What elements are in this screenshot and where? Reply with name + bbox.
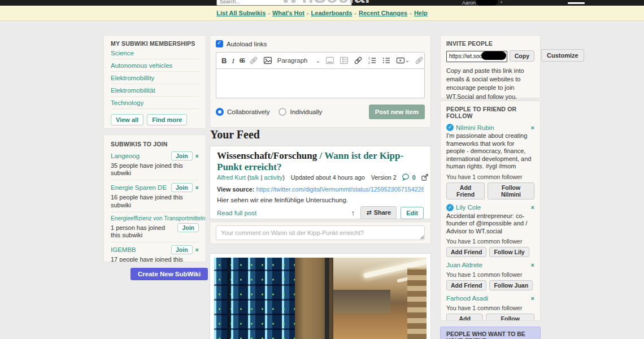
person-name-link[interactable]: Juan Aldrete	[446, 262, 529, 268]
verified-badge-icon: ✓	[446, 204, 454, 211]
link-icon[interactable]	[354, 56, 363, 65]
nav-link-recent-changes[interactable]: Recent Changes	[359, 10, 407, 16]
editor-toolbar: B I 66 Paragraph ⌄	[216, 52, 425, 69]
join-button[interactable]: Join	[171, 151, 193, 160]
join-button[interactable]: Join	[177, 223, 199, 232]
blockquote-icon[interactable]: 66	[240, 57, 244, 64]
table-icon[interactable]	[340, 56, 349, 65]
author-link[interactable]: Alfred Kurt	[217, 174, 246, 181]
chevron-down-icon: ⌄	[315, 58, 320, 64]
svg-text:1: 1	[368, 56, 370, 60]
create-new-subwiki-button[interactable]: Create New SubWiki	[130, 268, 208, 280]
menu-icon[interactable]	[568, 2, 585, 4]
radio-collaboratively[interactable]	[216, 108, 224, 116]
image-region-pole	[325, 258, 329, 339]
person-name-link[interactable]: Nilmini Rubin	[456, 124, 529, 131]
requests-title: PEOPLE WHO WANT TO BE YOUR FRIEND	[446, 331, 525, 339]
bold-icon[interactable]: B	[221, 57, 227, 64]
dismiss-icon[interactable]: ×	[531, 204, 534, 211]
notification-icon[interactable]: •	[501, 0, 502, 5]
sidebar-item-autonomous-vehicles[interactable]: Autonomous vehicles	[111, 59, 199, 72]
username-label[interactable]: Aaron	[462, 0, 476, 6]
dismiss-icon[interactable]: ×	[531, 295, 534, 302]
version-text: Version 2	[371, 174, 397, 181]
dismiss-icon[interactable]: ×	[195, 184, 199, 191]
nav-link-whats-hot[interactable]: What's Hot	[272, 10, 304, 16]
add-friend-button[interactable]: Add Friend	[446, 247, 486, 257]
share-button[interactable]: ⇄Share	[360, 206, 397, 219]
copy-button[interactable]: Copy	[510, 50, 534, 62]
wt-social-logo[interactable]: WT.Social	[281, 0, 371, 6]
edit-button[interactable]: Edit	[401, 207, 424, 219]
radio-individually[interactable]	[279, 108, 286, 116]
follow-button[interactable]: Follow Juan	[489, 280, 533, 290]
insert-block-icon[interactable]	[325, 56, 334, 65]
italic-icon[interactable]: I	[232, 57, 234, 64]
subwiki-member-count: 1 person has joined this subwiki	[111, 224, 175, 239]
image-icon[interactable]	[263, 56, 272, 65]
sidebar-item-technology[interactable]: Technology	[111, 97, 199, 109]
common-follower-text: You have 1 common follower	[446, 238, 534, 245]
subwiki-suggestion: Langeoog Join × 35 people have joined th…	[111, 149, 199, 180]
nav-link-leaderboards[interactable]: Leaderboards	[311, 10, 353, 16]
media-embed-icon[interactable]: ⌄	[396, 56, 410, 65]
source-url-link[interactable]: https://twitter.com/digitalVermummt/stat…	[256, 186, 424, 193]
join-button[interactable]: Join	[171, 183, 193, 192]
activity-link[interactable]: activity	[264, 174, 282, 181]
dismiss-icon[interactable]: ×	[195, 153, 199, 159]
editor-textarea[interactable]	[216, 69, 425, 98]
sidebar-item-science[interactable]: Science	[111, 47, 199, 59]
upvote-arrow-icon[interactable]: ↑	[351, 208, 355, 218]
follow-button[interactable]: Follow Lily	[489, 247, 529, 257]
person-name-link[interactable]: Lily Cole	[456, 204, 529, 211]
subwiki-link-energieeffizienz[interactable]: Energieeffizienz von Transportmitteln	[111, 215, 205, 221]
view-source-label: View source:	[217, 186, 254, 193]
follow-button[interactable]: Follow Farhood	[486, 314, 534, 321]
post-body: Hier sehen wir eine feinfühlige Untersuc…	[217, 197, 424, 203]
nav-link-help[interactable]: Help	[414, 10, 428, 16]
numbered-list-icon[interactable]: 1 2	[368, 56, 377, 65]
subwiki-link-langeoog[interactable]: Langeoog	[111, 153, 168, 159]
resize-handle[interactable]	[420, 235, 424, 239]
autoload-links-checkbox[interactable]	[216, 40, 223, 47]
top-navigation-bar: WT.Social Aaron •	[0, 0, 644, 6]
bulleted-list-icon[interactable]	[382, 56, 391, 65]
join-button[interactable]: Join	[171, 245, 193, 254]
post-image[interactable]	[214, 258, 427, 339]
share-forward-icon[interactable]	[421, 176, 429, 182]
paragraph-dropdown[interactable]: Paragraph ⌄	[277, 57, 320, 64]
find-more-button[interactable]: Find more	[147, 114, 187, 125]
sidebar-item-elektromobilitaet[interactable]: Elektromobilität	[111, 84, 199, 97]
comment-input[interactable]	[216, 225, 425, 240]
chevron-down-icon: ⌄	[405, 58, 410, 63]
sidebar-item-elektromobillity[interactable]: Elektromobillity	[111, 72, 199, 84]
add-friend-button[interactable]: Add Friend	[446, 280, 486, 290]
add-friend-button[interactable]: Add Friend	[446, 182, 485, 199]
people-to-friend-card: PEOPLE TO FRIEND OR FOLLOW ✓ Nilmini Rub…	[440, 101, 541, 321]
subwiki-link-energie-sparen-de[interactable]: Energie Sparen DE	[111, 184, 168, 191]
add-friend-button[interactable]: Add Friend	[446, 314, 483, 321]
post-new-item-button[interactable]: Post new item	[369, 105, 425, 119]
unlink-icon[interactable]	[415, 56, 424, 65]
read-full-post-link[interactable]: Read full post	[217, 210, 256, 216]
person-name-link[interactable]: Farhood Asadi	[446, 295, 529, 302]
dismiss-icon[interactable]: ×	[531, 124, 534, 131]
autolink-off-icon[interactable]	[249, 56, 258, 65]
comment-count[interactable]: 0	[412, 174, 416, 181]
subwiki-member-count: 16 people have joined this subwiki	[111, 194, 199, 208]
avatar[interactable]	[476, 0, 498, 6]
wt-social-page: WT.Social Aaron • List All Subwikis-What…	[0, 0, 644, 339]
customize-button[interactable]: Customize	[541, 49, 584, 62]
comment-bubble-icon[interactable]	[402, 175, 410, 182]
byline-punct: |	[259, 174, 264, 181]
post-category[interactable]: Wissenschaft/Forschung	[217, 150, 317, 161]
dismiss-icon[interactable]: ×	[531, 262, 534, 268]
person-suggestion: Farhood Asadi × You have 1 common follow…	[446, 295, 534, 321]
image-region-fridge-lights	[214, 258, 295, 339]
view-all-button[interactable]: View all	[111, 114, 143, 125]
follow-button[interactable]: Follow Nilmini	[488, 182, 534, 199]
subwiki-link-igembb[interactable]: IGEMBB	[111, 246, 168, 253]
dismiss-icon[interactable]: ×	[195, 246, 199, 253]
talk-link[interactable]: talk	[250, 174, 259, 181]
nav-link-list-all-subwikis[interactable]: List All Subwikis	[216, 10, 266, 16]
